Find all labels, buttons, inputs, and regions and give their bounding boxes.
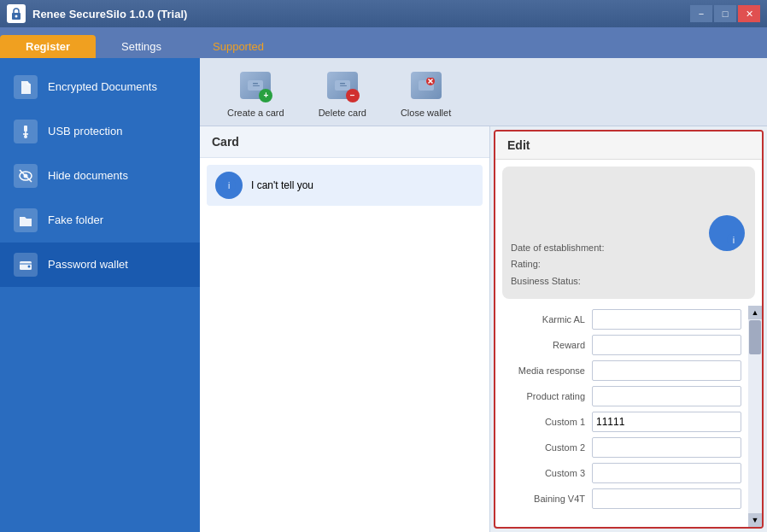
- form-row-baining-v4t: Baining V4T: [502, 488, 741, 509]
- label-custom-1: Custom 1: [502, 417, 592, 427]
- input-custom-1[interactable]: [592, 412, 741, 432]
- preview-fields: Date of establishment: Rating: Business …: [511, 240, 747, 290]
- toolbar: + Create a card − Delete card: [200, 58, 767, 126]
- sidebar-item-encrypted-docs[interactable]: Encrypted Documents: [0, 65, 200, 109]
- delete-card-icon-wrap: −: [324, 67, 361, 104]
- doc-icon: [14, 75, 38, 99]
- main-layout: Encrypted Documents USB protection Hide …: [0, 58, 767, 532]
- svg-text:i: i: [228, 181, 230, 190]
- card-panel-header: Card: [200, 126, 489, 158]
- tab-settings[interactable]: Settings: [96, 35, 187, 58]
- minimize-button[interactable]: −: [690, 5, 712, 22]
- svg-rect-13: [340, 83, 345, 85]
- input-reward[interactable]: [592, 335, 741, 355]
- sidebar-item-fake-folder[interactable]: Fake folder: [0, 198, 200, 243]
- svg-rect-11: [253, 85, 260, 86]
- delete-badge: −: [346, 89, 360, 102]
- card-panel: Card i I can't tell you: [200, 126, 490, 532]
- svg-point-8: [28, 266, 31, 268]
- form-row-karmic-al: Karmic AL: [502, 309, 741, 330]
- delete-card-button[interactable]: − Delete card: [305, 60, 380, 125]
- close-wallet-label: Close wallet: [401, 108, 451, 118]
- form-row-custom-1: Custom 1: [502, 412, 741, 432]
- edit-scroll-container: Karmic AL Reward Media response Pro: [495, 306, 762, 527]
- create-card-label: Create a card: [227, 108, 284, 118]
- sidebar-label-password-wallet: Password wallet: [48, 258, 128, 272]
- input-custom-3[interactable]: [592, 463, 741, 483]
- app-icon: [7, 4, 26, 23]
- hide-icon: [14, 164, 38, 188]
- maximize-button[interactable]: □: [714, 5, 736, 22]
- edit-panel-header: Edit: [495, 132, 762, 160]
- tab-register[interactable]: Register: [0, 35, 96, 58]
- label-media-response: Media response: [502, 365, 592, 376]
- card-list: i I can't tell you: [200, 158, 489, 532]
- svg-rect-10: [253, 83, 258, 85]
- title-bar: Renee SecureSilo 1.0.0 (Trial) − □ ✕: [0, 0, 767, 27]
- sidebar-label-hide-docs: Hide documents: [48, 169, 128, 184]
- usb-icon: [14, 120, 38, 143]
- create-card-icon-wrap: +: [237, 67, 274, 104]
- svg-point-3: [24, 135, 27, 138]
- label-product-rating: Product rating: [502, 391, 592, 401]
- close-wallet-icon-wrap: [407, 67, 445, 104]
- close-wallet-icon: [411, 72, 442, 99]
- input-karmic-al[interactable]: [592, 309, 741, 330]
- card-preview: i Date of establishment: Rating: Busines…: [502, 167, 755, 299]
- form-scroll: Karmic AL Reward Media response Pro: [495, 306, 748, 527]
- form-row-custom-2: Custom 2: [502, 437, 741, 458]
- preview-card-icon: i: [709, 215, 745, 251]
- close-wallet-button[interactable]: Close wallet: [387, 60, 465, 125]
- label-reward: Reward: [502, 340, 592, 350]
- sidebar-item-password-wallet[interactable]: Password wallet: [0, 243, 200, 287]
- app-title: Renee SecureSilo 1.0.0 (Trial): [32, 8, 187, 20]
- input-media-response[interactable]: [592, 360, 741, 381]
- sidebar-label-fake-folder: Fake folder: [48, 213, 103, 228]
- form-row-reward: Reward: [502, 335, 741, 355]
- label-karmic-al: Karmic AL: [502, 314, 592, 324]
- wallet-icon: [14, 253, 38, 277]
- input-product-rating[interactable]: [592, 386, 741, 406]
- svg-text:i: i: [733, 234, 735, 243]
- scrollbar-thumb[interactable]: [749, 320, 761, 354]
- content-area: + Create a card − Delete card: [200, 58, 767, 532]
- scroll-down-button[interactable]: ▼: [748, 513, 762, 527]
- create-badge: +: [259, 89, 272, 102]
- svg-rect-14: [340, 85, 347, 86]
- svg-rect-2: [24, 126, 27, 132]
- fake-folder-icon: [14, 208, 38, 232]
- label-custom-3: Custom 3: [502, 468, 592, 478]
- sidebar: Encrypted Documents USB protection Hide …: [0, 58, 200, 532]
- form-row-media-response: Media response: [502, 360, 741, 381]
- delete-card-label: Delete card: [319, 108, 366, 118]
- input-baining-v4t[interactable]: [592, 488, 741, 509]
- sidebar-item-hide-docs[interactable]: Hide documents: [0, 154, 200, 198]
- preview-business-label: Business Status:: [511, 273, 747, 290]
- label-baining-v4t: Baining V4T: [502, 494, 592, 504]
- top-nav: Register Settings Supported: [0, 27, 767, 58]
- list-item[interactable]: i I can't tell you: [207, 165, 483, 206]
- form-row-custom-3: Custom 3: [502, 463, 741, 483]
- card-item-label: I can't tell you: [251, 179, 313, 191]
- scroll-up-button[interactable]: ▲: [748, 306, 762, 319]
- sidebar-label-usb: USB protection: [48, 125, 122, 139]
- scrollbar-track: [748, 319, 762, 513]
- tab-supported[interactable]: Supported: [187, 35, 290, 58]
- edit-panel: Edit i Date of establishment: Rating: Bu…: [494, 130, 764, 529]
- svg-point-1: [15, 15, 18, 18]
- preview-rating-label: Rating:: [511, 256, 747, 273]
- window-controls: − □ ✕: [690, 5, 760, 22]
- panels-area: Card i I can't tell you Edit i: [200, 126, 767, 532]
- sidebar-item-usb-protection[interactable]: USB protection: [0, 109, 200, 154]
- form-row-product-rating: Product rating: [502, 386, 741, 406]
- card-item-icon: i: [215, 172, 243, 199]
- label-custom-2: Custom 2: [502, 442, 592, 453]
- create-card-button[interactable]: + Create a card: [214, 60, 298, 125]
- input-custom-2[interactable]: [592, 437, 741, 458]
- close-button[interactable]: ✕: [738, 5, 760, 22]
- sidebar-label-encrypted-docs: Encrypted Documents: [48, 80, 157, 95]
